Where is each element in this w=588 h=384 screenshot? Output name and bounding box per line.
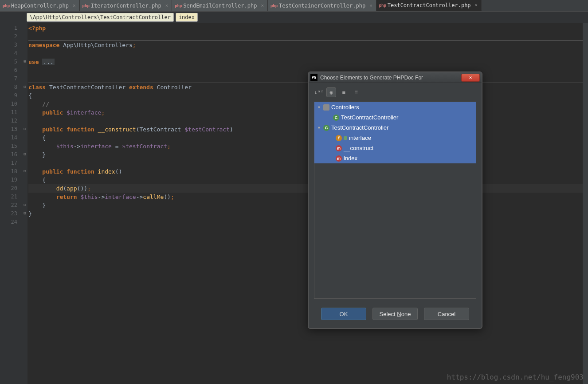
chevron-down-icon[interactable]: ▼ xyxy=(317,105,321,110)
tree-node-class[interactable]: C TestContractController xyxy=(314,112,476,123)
close-icon[interactable]: × xyxy=(475,2,478,8)
tree-node-folder[interactable]: ▼ Controllers xyxy=(314,102,476,112)
code-token: TestContractController xyxy=(46,84,129,91)
code-fold-ellipsis[interactable]: ... xyxy=(42,59,54,65)
fold-collapse-icon[interactable]: ⊟ xyxy=(22,166,27,175)
line-number: 15 xyxy=(0,142,22,150)
line-number: 4 xyxy=(0,49,22,58)
class-icon: C xyxy=(323,125,329,131)
close-button[interactable]: ✕ xyxy=(461,74,480,82)
tab-testcontainer[interactable]: php TestContainerController.php × xyxy=(268,0,376,11)
code-token: TestContract xyxy=(139,126,184,133)
select-none-button[interactable]: Select None xyxy=(372,308,418,320)
tab-label: HeapController.php xyxy=(11,3,69,9)
fold-column: ⊞ ⊟ ⊟ ⊟ ⊟ ⊟ ⊟ xyxy=(22,23,27,384)
line-number: 5 xyxy=(0,58,22,66)
line-number: 16 xyxy=(0,150,22,159)
tab-label: SendEmailController.php xyxy=(183,3,257,9)
code-token: public xyxy=(42,168,63,175)
line-number: 1 xyxy=(0,24,22,32)
tab-iterator[interactable]: php IteratorController.php × xyxy=(80,0,172,11)
collapse-all-icon[interactable]: ≣ xyxy=(351,87,361,97)
generate-phpdoc-dialog: PS Choose Elements to Generate PHPDoc Fo… xyxy=(308,71,482,329)
close-icon[interactable]: × xyxy=(261,3,264,8)
fold-end-icon[interactable]: ⊟ xyxy=(22,209,27,217)
tree-label: Controllers xyxy=(331,104,359,111)
code-token: dd xyxy=(56,185,63,192)
line-number: 18 xyxy=(0,167,22,176)
line-number: 20 xyxy=(0,184,22,193)
scrollbar[interactable] xyxy=(583,23,588,384)
code-token: $testContract xyxy=(184,126,230,133)
fold-end-icon[interactable]: ⊟ xyxy=(22,150,27,158)
code-token: public xyxy=(42,109,63,116)
code-token: namespace xyxy=(28,42,59,48)
tree-label: interface xyxy=(349,135,371,141)
tab-label: TestContractController.php xyxy=(388,2,471,8)
chevron-down-icon[interactable]: ▼ xyxy=(317,126,321,130)
tree-node-method[interactable]: m __construct xyxy=(314,143,476,153)
code-token: Controller xyxy=(153,84,192,91)
line-number: 19 xyxy=(0,176,22,184)
tree-node-class[interactable]: ▼ C TestContractController xyxy=(314,123,476,133)
line-number: 22 xyxy=(0,201,22,210)
line-number: 7 xyxy=(0,75,22,83)
method-icon: m xyxy=(336,155,342,162)
dialog-titlebar[interactable]: PS Choose Elements to Generate PHPDoc Fo… xyxy=(309,72,482,83)
line-number: 21 xyxy=(0,193,22,201)
line-number: 9 xyxy=(0,91,22,100)
line-number: 24 xyxy=(0,218,22,226)
fold-end-icon[interactable]: ⊟ xyxy=(22,200,27,209)
code-token: = xyxy=(112,143,122,150)
line-number: 2 xyxy=(0,32,22,41)
code-token: $testContract xyxy=(122,143,167,150)
tree-label: index xyxy=(344,155,357,162)
tree-node-method[interactable]: m index xyxy=(314,153,476,163)
close-icon[interactable]: × xyxy=(369,3,372,8)
code-token: public xyxy=(42,126,63,133)
tab-sendemail[interactable]: php SendEmailController.php × xyxy=(172,0,268,11)
code-token: interface xyxy=(105,194,136,200)
breadcrumb-class[interactable]: \App\Http\Controllers\TestContractContro… xyxy=(27,13,174,22)
visibility-icon xyxy=(344,136,347,140)
fold-collapse-icon[interactable]: ⊟ xyxy=(22,82,27,91)
tree-node-field[interactable]: f interface xyxy=(314,133,476,143)
code-token: index xyxy=(98,168,115,175)
phpstorm-icon: PS xyxy=(310,74,318,81)
dialog-title: Choose Elements to Generate PHPDoc For xyxy=(320,75,461,81)
editor: 1 2 3 4 5 6 7 8 9 10 11 12 13 14 15 16 1… xyxy=(0,23,588,384)
line-number: 8 xyxy=(0,83,22,91)
element-tree[interactable]: ▼ Controllers C TestContractController ▼… xyxy=(314,102,476,299)
code-token: callMe xyxy=(143,194,164,200)
code-token: $this xyxy=(77,194,98,200)
show-classes-icon[interactable]: ◉ xyxy=(326,87,336,97)
line-number: 3 xyxy=(0,41,22,49)
code-token: use xyxy=(28,59,39,65)
cancel-button[interactable]: Cancel xyxy=(424,308,469,320)
method-icon: m xyxy=(336,145,342,151)
line-number: 14 xyxy=(0,134,22,142)
tree-label: __construct xyxy=(344,145,373,151)
tab-testcontract[interactable]: php TestContractController.php × xyxy=(376,0,482,11)
close-icon[interactable]: × xyxy=(73,3,76,8)
close-icon[interactable]: × xyxy=(165,3,169,8)
code-token: <?php xyxy=(28,25,46,32)
tree-label: TestContractController xyxy=(331,124,388,131)
code-token: $this xyxy=(56,143,74,150)
dialog-buttons: OK Select None Cancel xyxy=(309,301,482,328)
line-number: 13 xyxy=(0,125,22,134)
tab-label: IteratorController.php xyxy=(91,3,161,9)
code-token: function xyxy=(67,126,94,133)
tab-heap[interactable]: php HeapController.php × xyxy=(0,0,80,11)
fold-collapse-icon[interactable]: ⊟ xyxy=(22,124,27,133)
ok-button[interactable]: OK xyxy=(321,308,366,320)
gutter: 1 2 3 4 5 6 7 8 9 10 11 12 13 14 15 16 1… xyxy=(0,23,22,384)
php-file-icon: php xyxy=(4,3,9,8)
folder-icon xyxy=(323,104,329,111)
sort-alpha-icon[interactable]: ↓ᵃᶻ xyxy=(314,87,324,97)
editor-tabs: php HeapController.php × php IteratorCon… xyxy=(0,0,588,12)
expand-all-icon[interactable]: ≡ xyxy=(339,87,349,97)
breadcrumb-method[interactable]: index xyxy=(176,13,198,22)
fold-expand-icon[interactable]: ⊞ xyxy=(22,57,27,65)
code-token: function xyxy=(67,168,94,175)
